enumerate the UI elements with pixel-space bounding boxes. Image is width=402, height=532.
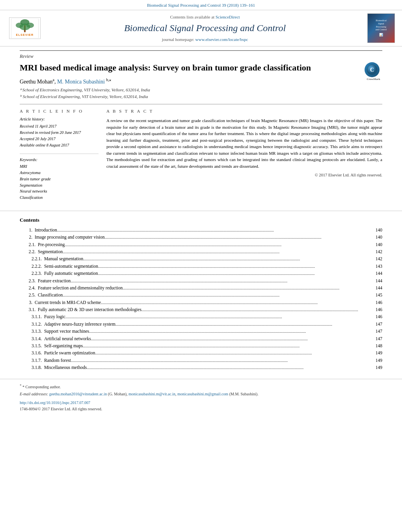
article-title-text: MRI based medical image analysis: Survey… [20, 63, 311, 72]
toc-number: 3.1.2. [32, 321, 44, 327]
toc-title: Classification [38, 292, 63, 298]
journal-homepage: journal homepage: www.elsevier.com/locat… [50, 37, 359, 43]
affiliation-b: ᵇ School of Electrical Engineering, VIT … [20, 94, 382, 100]
journal-citation: Biomedical Signal Processing and Control… [147, 3, 255, 7]
toc-page: 146 [376, 299, 382, 306]
contents-text: Contents lists available at [170, 15, 215, 19]
doi-anchor[interactable]: http://dx.doi.org/10.1016/j.bspc.2017.07… [20, 400, 90, 405]
doi-link: http://dx.doi.org/10.1016/j.bspc.2017.07… [20, 400, 382, 406]
toc-page: 148 [376, 343, 382, 349]
toc-row: 3.1.Fully automatic 2D & 3D user interac… [20, 306, 382, 313]
toc-page: 144 [376, 285, 382, 291]
toc-row: 2.4.Feature selection and dimensionality… [20, 285, 382, 291]
abstract-heading: A B S T R A C T [106, 108, 382, 114]
toc-page: 144 [376, 278, 382, 284]
toc-dots: ........................................… [123, 285, 376, 291]
toc-row: 3.1.7.Random forest.....................… [20, 357, 382, 363]
toc-row: 3.1.6.Particle swarm optimization.......… [20, 350, 382, 356]
keyword-4: Segmentation [20, 183, 99, 189]
toc-dots: ........................................… [83, 343, 375, 349]
abstract-text: A review on the recent segmentation and … [106, 117, 382, 169]
journal-citation-bar: Biomedical Signal Processing and Control… [0, 0, 402, 10]
keywords-list: MRI Astrocytoma Brain tumor grade Segmen… [20, 164, 99, 200]
toc-number: 2.4. [26, 285, 38, 291]
toc-page: 149 [376, 350, 382, 356]
toc-dots: ........................................… [98, 263, 376, 269]
email-addresses-line: E-mail addresses: geethu.mohan2016@vitst… [20, 391, 382, 397]
toc-number: 3.1. [26, 306, 38, 313]
email1-link[interactable]: geethu.mohan2016@vitstudent.ac.in [49, 392, 107, 396]
affiliations: ᵃ School of Electronics Engineering, VIT… [20, 87, 382, 100]
toc-dots: ........................................… [115, 321, 376, 327]
article-type: Review [20, 50, 382, 60]
author1-sup: a [53, 78, 54, 82]
toc-row: 3.1.5.Self-organizing maps..............… [20, 343, 382, 349]
article-info-heading: A R T I C L E I N F O [20, 108, 99, 114]
toc-page: 146 [376, 313, 382, 320]
journal-title: Biomedical Signal Processing and Control [50, 22, 359, 35]
toc-number: 2.2.1. [32, 256, 44, 262]
toc-number: 3.1.1. [32, 313, 44, 320]
toc-number: 2.2.3. [32, 270, 44, 276]
contents-section: Contents 1.Introduction.................… [0, 217, 402, 371]
author2-sup: b,⁎ [106, 78, 112, 82]
email3-link[interactable]: monicasubashini.m@gmail.com [177, 392, 228, 396]
toc-row: 3.Current trends in MRI-CAD scheme......… [20, 299, 382, 306]
toc-row: 3.1.8.Miscellaneous methods.............… [20, 364, 382, 371]
toc-row: 2.Image processing and computer vision..… [20, 234, 382, 240]
toc-dots: ........................................… [63, 292, 376, 298]
toc-dots: ........................................… [65, 242, 375, 248]
toc-page: 146 [376, 306, 382, 313]
toc-page: 147 [376, 328, 382, 334]
toc-row: 2.2.Segmentation........................… [20, 248, 382, 255]
toc-number: 3. [20, 299, 35, 306]
main-content: Review MRI based medical image analysis:… [0, 46, 402, 205]
toc-number: 3.1.3. [32, 328, 44, 334]
toc-number: 3.1.4. [32, 336, 44, 342]
toc-row: 3.1.1.Fuzzy logic.......................… [20, 313, 382, 320]
svg-text:ELSEVIER: ELSEVIER [16, 33, 34, 37]
toc-title: Feature selection and dimensionality red… [38, 285, 123, 291]
toc-dots: ........................................… [91, 336, 376, 342]
toc-row: 3.1.3.Support vector machines...........… [20, 328, 382, 334]
toc-number: 3.1.7. [32, 357, 44, 363]
toc-container: 1.Introduction..........................… [20, 227, 382, 371]
toc-number: 3.1.5. [32, 343, 44, 349]
article-title-container: MRI based medical image analysis: Survey… [20, 62, 382, 73]
elsevier-logo: ELSEVIER [7, 17, 43, 39]
keyword-1: MRI [20, 164, 99, 170]
toc-row: 2.3.Feature extraction..................… [20, 278, 382, 284]
toc-number: 3.1.8. [32, 364, 44, 371]
article-history: Article history: Received 11 April 2017 … [20, 117, 99, 148]
email2-link[interactable]: monicasubashini.m@vit.ac.in [128, 392, 175, 396]
toc-title: Support vector machines [44, 328, 89, 334]
toc-row: 2.2.3.Fully automatic segmentation......… [20, 270, 382, 276]
toc-title: Self-organizing maps [44, 343, 83, 349]
sciencedirect-link[interactable]: ScienceDirect [216, 15, 240, 19]
toc-page: 143 [376, 263, 382, 269]
toc-page: 142 [376, 248, 382, 255]
cover-text: Biomedical Signal Processing and Control… [376, 19, 387, 37]
crossmark-badge[interactable]: C CrossMark [365, 62, 382, 80]
toc-title: Artificial neural networks [44, 336, 91, 342]
toc-dots: ........................................… [98, 271, 376, 276]
toc-page: 149 [376, 357, 382, 363]
toc-number: 2. [20, 234, 35, 240]
history-title: Article history: [20, 117, 99, 122]
keyword-2: Astrocytoma [20, 170, 99, 176]
toc-title: Manual segmentation [44, 256, 83, 262]
elsevier-logo-image: ELSEVIER [9, 17, 41, 39]
section-divider [0, 211, 402, 211]
toc-page: 147 [376, 321, 382, 327]
svg-point-5 [20, 23, 30, 30]
homepage-url[interactable]: www.elsevier.com/locate/bspc [195, 37, 248, 42]
toc-page: 145 [376, 292, 382, 298]
available-date: Available online 8 August 2017 [20, 143, 99, 148]
corresponding-label: * Corresponding author. [22, 385, 61, 389]
toc-row: 1.Introduction..........................… [20, 227, 382, 233]
keyword-6: Classification [20, 195, 99, 201]
email-label: E-mail addresses: [20, 392, 49, 396]
toc-title: Particle swarm optimization [44, 350, 95, 356]
contents-available: Contents lists available at ScienceDirec… [50, 14, 359, 20]
toc-dots: ........................................… [87, 365, 376, 371]
